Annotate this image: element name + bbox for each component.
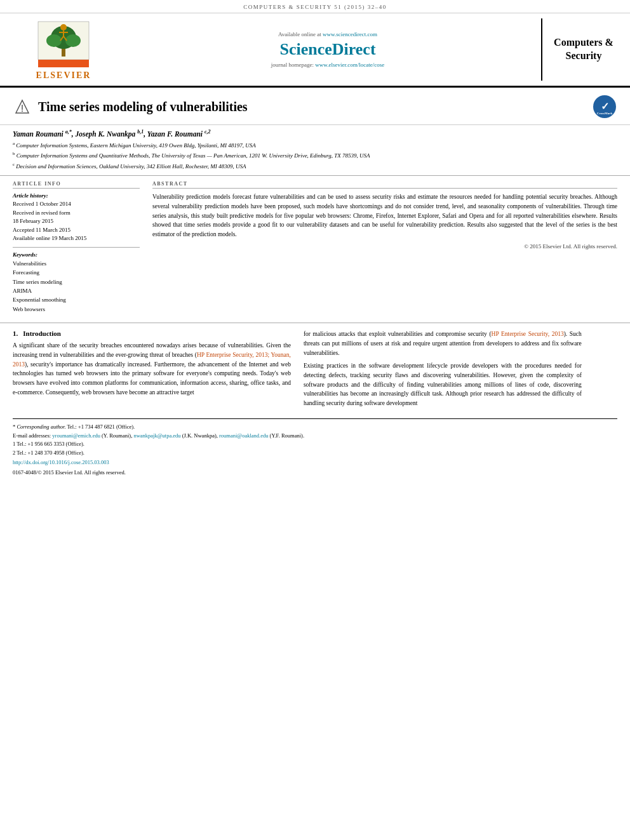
keyword-1: Vulnerabilities (13, 259, 140, 268)
keyword-5: Exponential smoothing (13, 295, 140, 304)
abstract-section: ABSTRACT Vulnerability prediction models… (152, 181, 617, 317)
keywords-group: Keywords: Vulnerabilities Forecasting Ti… (13, 251, 140, 314)
keyword-3: Time series modeling (13, 277, 140, 286)
keyword-4: ARIMA (13, 286, 140, 295)
article-history-revised-label: Received in revised form (13, 209, 140, 218)
tel1-note: 1 Tel.: +1 956 665 3353 (Office). (13, 440, 617, 449)
tel2-note: 2 Tel.: +1 248 370 4958 (Office). (13, 449, 617, 458)
header-center: Available online at www.sciencedirect.co… (121, 18, 535, 81)
article-history-online: Available online 19 March 2015 (13, 234, 140, 243)
affiliation-c: c Decision and Information Sciences, Oak… (13, 161, 617, 171)
issn: 0167-4048/© 2015 Elsevier Ltd. All right… (13, 469, 617, 477)
keyword-6: Web browsers (13, 305, 140, 314)
keyword-2: Forecasting (13, 268, 140, 277)
abstract-text: Vulnerability prediction models forecast… (152, 192, 617, 239)
page: COMPUTERS & SECURITY 51 (2015) 32–40 (0, 0, 630, 840)
article-history-label: Article history: (13, 192, 140, 199)
journal-name: Computers & Security (550, 36, 617, 63)
article-history-received: Received 1 October 2014 (13, 200, 140, 209)
journal-bar-text: COMPUTERS & SECURITY 51 (2015) 32–40 (243, 4, 386, 10)
affiliation-a: a Computer Information Systems, Eastern … (13, 140, 617, 150)
header-right: Computers & Security (541, 18, 617, 81)
email-yroumani[interactable]: yroumani@emich.edu (52, 432, 100, 439)
intro-paragraph2: for malicious attacks that exploit vulne… (304, 330, 582, 357)
article-info-title: ARTICLE INFO (13, 181, 140, 189)
intro-paragraph1: A significant share of the security brea… (13, 341, 291, 397)
body-section: 1. Introduction A significant share of t… (0, 323, 630, 418)
body-left: 1. Introduction A significant share of t… (13, 330, 291, 412)
email-nwankpa[interactable]: nwankpajk@utpa.edu (133, 432, 180, 439)
corresponding-author-note: * Corresponding author. Tel.: +1 734 487… (13, 423, 617, 432)
svg-point-13 (22, 110, 23, 112)
cite-hp2013[interactable]: HP Enterprise Security, 2013 (492, 331, 564, 337)
header-section: ELSEVIER Available online at www.science… (0, 13, 630, 88)
svg-point-4 (65, 34, 81, 47)
svg-point-3 (46, 34, 62, 47)
journal-homepage-url[interactable]: www.elsevier.com/locate/cose (315, 62, 384, 68)
keywords-list: Vulnerabilities Forecasting Time series … (13, 259, 140, 314)
elsevier-logo-area: ELSEVIER (13, 18, 114, 81)
article-history-accepted: Accepted 11 March 2015 (13, 226, 140, 235)
info-divider (13, 247, 140, 248)
elsevier-text: ELSEVIER (36, 70, 91, 81)
abstract-copyright: © 2015 Elsevier Ltd. All rights reserved… (152, 243, 617, 250)
intro-paragraph3: Existing practices in the software devel… (304, 361, 582, 408)
crossmark-icon: ✓ CrossMark (593, 95, 616, 118)
doi-link[interactable]: http://dx.doi.org/10.1016/j.cose.2015.03… (13, 458, 617, 467)
email-addresses-note: E-mail addresses: yroumani@emich.edu (Y.… (13, 432, 617, 441)
article-title-section: Time series modeling of vulnerabilities … (0, 88, 630, 125)
journal-top-bar: COMPUTERS & SECURITY 51 (2015) 32–40 (0, 0, 630, 13)
article-icon (13, 97, 32, 116)
abstract-title: ABSTRACT (152, 181, 617, 189)
article-history-group: Article history: Received 1 October 2014… (13, 192, 140, 243)
cite-hp2013-younan[interactable]: HP Enterprise Security, 2013; Younan, 20… (13, 352, 291, 368)
intro-heading: 1. Introduction (13, 330, 291, 337)
authors-line: Yaman Roumani a,*, Joseph K. Nwankpa b,1… (13, 129, 617, 138)
email-yroumani2[interactable]: roumani@oakland.edu (219, 432, 268, 439)
affiliation-b: b Computer Information Systems and Quant… (13, 150, 617, 161)
journal-homepage: journal homepage: www.elsevier.com/locat… (271, 62, 384, 68)
authors-section: Yaman Roumani a,*, Joseph K. Nwankpa b,1… (0, 125, 630, 176)
body-right: for malicious attacks that exploit vulne… (304, 330, 582, 412)
article-history-revised-date: 18 February 2015 (13, 217, 140, 226)
available-online: Available online at www.sciencedirect.co… (278, 31, 377, 37)
intro-title: Introduction (23, 330, 61, 337)
elsevier-tree-icon (35, 18, 92, 69)
article-main-title: Time series modeling of vulnerabilities (38, 100, 586, 114)
affiliations: a Computer Information Systems, Eastern … (13, 140, 617, 171)
svg-text:✓: ✓ (601, 101, 609, 112)
svg-rect-10 (38, 60, 89, 67)
elsevier-logo: ELSEVIER (35, 18, 92, 81)
sciencedirect-url[interactable]: www.sciencedirect.com (323, 31, 377, 37)
svg-text:CrossMark: CrossMark (597, 112, 613, 115)
crossmark-badge: ✓ CrossMark (592, 94, 617, 119)
article-info: ARTICLE INFO Article history: Received 1… (13, 181, 140, 317)
sciencedirect-logo: ScienceDirect (279, 40, 375, 59)
footer-section: * Corresponding author. Tel.: +1 734 487… (13, 418, 617, 481)
content-section: ARTICLE INFO Article history: Received 1… (0, 176, 630, 323)
svg-point-5 (60, 24, 67, 30)
intro-number: 1. (13, 330, 18, 337)
keywords-label: Keywords: (13, 251, 140, 258)
